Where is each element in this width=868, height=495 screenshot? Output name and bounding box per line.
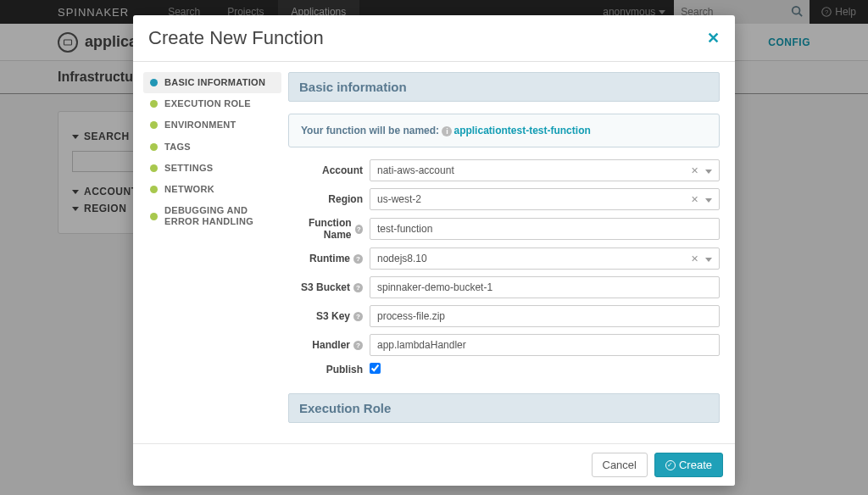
label-region: Region bbox=[288, 193, 370, 205]
account-select[interactable]: nati-aws-account ✕ bbox=[370, 159, 720, 181]
step-dot-icon bbox=[150, 164, 158, 172]
step-label: ENVIRONMENT bbox=[164, 120, 236, 131]
control-runtime: nodejs8.10 ✕ bbox=[370, 248, 720, 251]
step-label: EXECUTION ROLE bbox=[164, 98, 251, 109]
region-select[interactable]: us-west-2 ✕ bbox=[370, 188, 720, 210]
step-dot-icon bbox=[150, 121, 158, 129]
step-dot-icon bbox=[150, 100, 158, 108]
field-runtime: Runtime? nodejs8.10 ✕ bbox=[288, 248, 720, 251]
chevron-down-icon bbox=[705, 193, 712, 205]
step-dot-icon bbox=[150, 186, 158, 193]
wizard-step-execution-role[interactable]: EXECUTION ROLE bbox=[143, 93, 281, 114]
step-label: DEBUGGING AND ERROR HANDLING bbox=[164, 205, 275, 227]
modal-body: BASIC INFORMATION EXECUTION ROLE ENVIRON… bbox=[133, 62, 735, 251]
form-area: Basic information Your function will be … bbox=[281, 62, 735, 251]
step-label: BASIC INFORMATION bbox=[164, 77, 265, 88]
step-label: TAGS bbox=[164, 142, 191, 153]
modal-title: Create New Function bbox=[148, 27, 324, 49]
close-icon[interactable]: ✕ bbox=[707, 29, 720, 47]
wizard-nav: BASIC INFORMATION EXECUTION ROLE ENVIRON… bbox=[133, 62, 281, 251]
chevron-down-icon bbox=[705, 164, 712, 176]
clear-icon[interactable]: ✕ bbox=[691, 194, 698, 205]
help-icon[interactable]: ? bbox=[355, 225, 363, 234]
field-account: Account nati-aws-account ✕ bbox=[288, 159, 720, 181]
wizard-step-debugging[interactable]: DEBUGGING AND ERROR HANDLING bbox=[143, 200, 281, 232]
label-account: Account bbox=[288, 164, 370, 176]
clear-icon[interactable]: ✕ bbox=[691, 165, 698, 176]
wizard-step-tags[interactable]: TAGS bbox=[143, 136, 281, 158]
step-dot-icon bbox=[150, 213, 158, 220]
control-region: us-west-2 ✕ bbox=[370, 188, 720, 210]
create-function-modal: Create New Function ✕ BASIC INFORMATION … bbox=[133, 15, 735, 251]
wizard-step-basic-information[interactable]: BASIC INFORMATION bbox=[143, 72, 281, 93]
naming-value: applicationtest-test-function bbox=[453, 125, 590, 136]
wizard-step-network[interactable]: NETWORK bbox=[143, 179, 281, 200]
wizard-step-environment[interactable]: ENVIRONMENT bbox=[143, 114, 281, 136]
section-basic-information: Basic information bbox=[288, 72, 720, 102]
modal-header: Create New Function ✕ bbox=[133, 15, 735, 61]
wizard-step-settings[interactable]: SETTINGS bbox=[143, 158, 281, 179]
field-region: Region us-west-2 ✕ bbox=[288, 188, 720, 210]
label-function-name: Function Name? bbox=[288, 217, 370, 241]
step-label: SETTINGS bbox=[164, 163, 213, 174]
step-dot-icon bbox=[150, 143, 158, 151]
account-value: nati-aws-account bbox=[377, 164, 454, 176]
naming-prefix: Your function will be named: bbox=[301, 125, 442, 136]
step-label: NETWORK bbox=[164, 184, 214, 195]
info-icon[interactable]: i bbox=[442, 126, 452, 136]
naming-infobox: Your function will be named: iapplicatio… bbox=[288, 114, 720, 147]
region-value: us-west-2 bbox=[377, 193, 421, 205]
modal-overlay: Create New Function ✕ BASIC INFORMATION … bbox=[0, 0, 868, 251]
runtime-select[interactable]: nodejs8.10 ✕ bbox=[370, 248, 720, 251]
control-account: nati-aws-account ✕ bbox=[370, 159, 720, 181]
function-name-input[interactable] bbox=[370, 218, 720, 240]
field-function-name: Function Name? bbox=[288, 217, 720, 241]
step-dot-icon bbox=[150, 79, 158, 86]
